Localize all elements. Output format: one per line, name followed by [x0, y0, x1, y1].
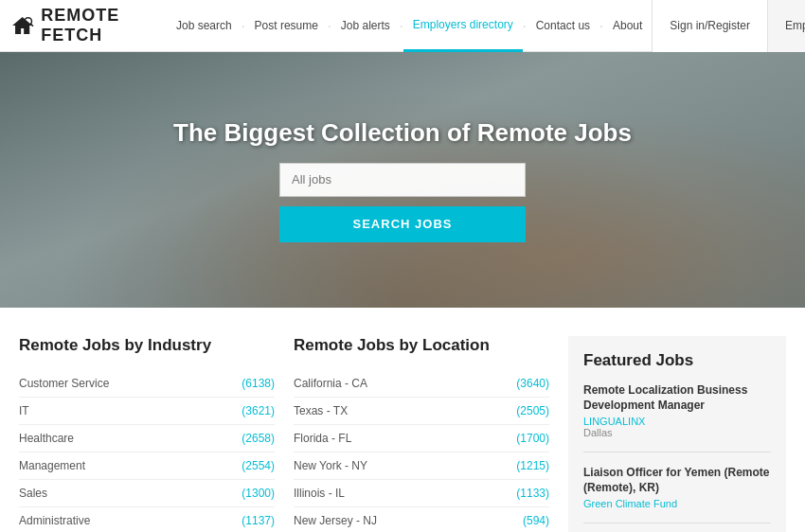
industry-item-count-5[interactable]: (1137)	[242, 514, 275, 527]
logo[interactable]: REMOTE FETCH	[9, 6, 152, 45]
hero-title: The Biggest Collection of Remote Jobs	[173, 118, 632, 148]
main-header: REMOTE FETCH Job search · Post resume · …	[0, 0, 805, 52]
list-item: Texas - TX (2505)	[294, 398, 549, 425]
main-nav: Job search · Post resume · Job alerts · …	[167, 0, 652, 52]
list-item: Administrative (1137)	[19, 507, 275, 532]
featured-job-company-0[interactable]: LINGUALINX	[583, 416, 771, 427]
featured-job-location-0: Dallas	[583, 427, 771, 438]
featured-section-title: Featured Jobs	[583, 351, 771, 370]
main-content: Remote Jobs by Industry Customer Service…	[0, 308, 805, 532]
featured-column: Featured Jobs Remote Localization Busine…	[568, 336, 786, 532]
nav-job-search[interactable]: Job search	[167, 0, 242, 52]
location-item-count-0[interactable]: (3640)	[516, 377, 549, 390]
industry-item-count-2[interactable]: (2658)	[242, 432, 275, 445]
search-jobs-button[interactable]: SEARCH JOBS	[279, 206, 526, 242]
nav-employers-directory[interactable]: Employers directory	[403, 0, 523, 52]
list-item: Management (2554)	[19, 452, 275, 480]
featured-job-0: Remote Localization Business Development…	[583, 383, 771, 452]
list-item: IT (3621)	[19, 398, 275, 425]
svg-marker-1	[12, 17, 32, 34]
industry-item-count-3[interactable]: (2554)	[242, 459, 275, 472]
location-item-label-2: Florida - FL	[294, 432, 351, 445]
industry-item-label-1: IT	[19, 404, 29, 417]
header-right: Sign in/Register Employer	[652, 0, 805, 52]
location-column: Remote Jobs by Location California - CA …	[294, 336, 568, 532]
industry-item-label-4: Sales	[19, 487, 47, 500]
industry-item-label-5: Administrative	[19, 514, 90, 527]
location-item-count-3[interactable]: (1215)	[516, 459, 549, 472]
search-input[interactable]	[279, 163, 526, 197]
logo-icon	[9, 9, 35, 43]
list-item: Sales (1300)	[19, 480, 275, 507]
location-item-count-1[interactable]: (2505)	[516, 404, 549, 417]
featured-job-title-0[interactable]: Remote Localization Business Development…	[583, 383, 771, 413]
nav-about[interactable]: About	[603, 0, 652, 52]
industry-item-label-2: Healthcare	[19, 432, 74, 445]
location-item-count-4[interactable]: (1133)	[516, 487, 549, 500]
industry-item-count-0[interactable]: (6138)	[242, 377, 275, 390]
list-item: Illinois - IL (1133)	[294, 480, 549, 507]
industry-item-label-3: Management	[19, 459, 85, 472]
hero-content: The Biggest Collection of Remote Jobs SE…	[173, 118, 632, 242]
featured-job-1: Liaison Officer for Yemen (Remote (Remot…	[583, 466, 771, 523]
location-item-label-5: New Jersey - NJ	[294, 514, 377, 527]
svg-line-3	[30, 24, 33, 27]
list-item: California - CA (3640)	[294, 370, 549, 398]
location-item-label-0: California - CA	[294, 377, 367, 390]
nav-post-resume[interactable]: Post resume	[245, 0, 328, 52]
industry-column: Remote Jobs by Industry Customer Service…	[19, 336, 294, 532]
location-item-label-1: Texas - TX	[294, 404, 348, 417]
list-item: Healthcare (2658)	[19, 425, 275, 452]
employer-button[interactable]: Employer	[767, 0, 805, 52]
featured-job-title-1[interactable]: Liaison Officer for Yemen (Remote (Remot…	[583, 466, 771, 495]
location-item-count-5[interactable]: (594)	[523, 514, 549, 527]
list-item: Florida - FL (1700)	[294, 425, 549, 452]
list-item: Customer Service (6138)	[19, 370, 275, 398]
location-item-label-4: Illinois - IL	[294, 487, 345, 500]
hero-section: The Biggest Collection of Remote Jobs SE…	[0, 52, 805, 308]
nav-contact-us[interactable]: Contact us	[527, 0, 599, 52]
search-bar: SEARCH JOBS	[279, 163, 526, 242]
location-item-label-3: New York - NY	[294, 459, 367, 472]
nav-job-alerts[interactable]: Job alerts	[331, 0, 400, 52]
location-item-count-2[interactable]: (1700)	[516, 432, 549, 445]
sign-in-button[interactable]: Sign in/Register	[652, 0, 767, 52]
industry-item-count-4[interactable]: (1300)	[242, 487, 275, 500]
industry-item-count-1[interactable]: (3621)	[242, 404, 275, 417]
logo-text: REMOTE FETCH	[41, 6, 152, 45]
industry-section-title: Remote Jobs by Industry	[19, 336, 275, 355]
featured-job-company-1[interactable]: Green Climate Fund	[583, 498, 771, 509]
location-section-title: Remote Jobs by Location	[294, 336, 549, 355]
industry-item-label-0: Customer Service	[19, 377, 109, 390]
list-item: New Jersey - NJ (594)	[294, 507, 549, 532]
list-item: New York - NY (1215)	[294, 452, 549, 480]
